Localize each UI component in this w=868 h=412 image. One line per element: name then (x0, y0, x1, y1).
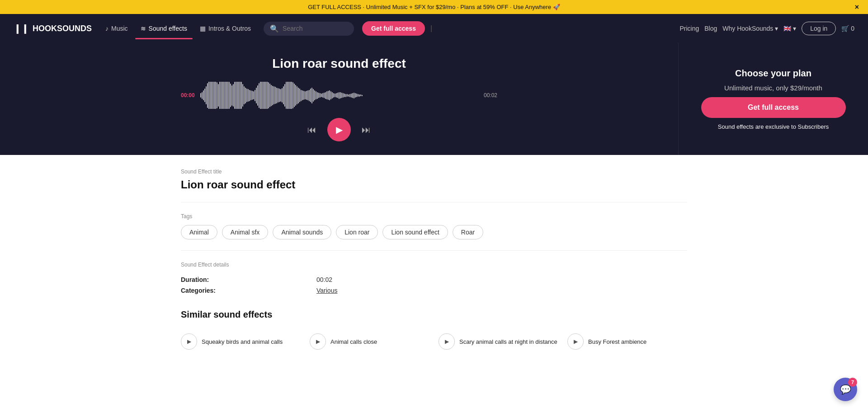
details-table: Duration:00:02Categories:Various (181, 274, 687, 296)
nav-sound-effects[interactable]: ≋ Sound effects (135, 21, 193, 36)
tag-pill[interactable]: Roar (453, 225, 483, 239)
sound-effect-title: Lion roar sound effect (181, 178, 687, 191)
similar-name: Busy Forest ambience (588, 338, 687, 345)
hero-section: Lion roar sound effect 00:00 00:02 ⏮ ▶ ⏭… (0, 43, 868, 155)
player-controls: ⏮ ▶ ⏭ (307, 118, 371, 141)
main-nav: ♪ Music ≋ Sound effects ▦ Intros & Outro… (100, 21, 256, 36)
tags-label: Tags (181, 213, 687, 220)
nav-pricing[interactable]: Pricing (679, 25, 699, 32)
similar-play-button[interactable]: ▶ (181, 333, 197, 350)
content-area: Sound Effect title Lion roar sound effec… (163, 155, 705, 309)
section-label: Sound Effect title (181, 169, 687, 175)
similar-info: Squeaky birds and animal calls (202, 338, 301, 345)
similar-card: ▶ Squeaky birds and animal calls (181, 329, 301, 354)
tags-section: Tags AnimalAnimal sfxAnimal soundsLion r… (181, 213, 687, 239)
get-full-access-button[interactable]: Get full access (362, 21, 425, 36)
similar-name: Animal calls close (330, 338, 429, 345)
tag-pill[interactable]: Lion sound effect (382, 225, 448, 239)
detail-row: Categories:Various (181, 285, 687, 296)
detail-key: Categories: (181, 287, 316, 294)
intros-icon: ▦ (200, 25, 206, 32)
nav-divider: | (430, 24, 432, 33)
logo-icon: ❙❙ (14, 23, 29, 34)
similar-section: Similar sound effects ▶ Squeaky birds an… (163, 309, 705, 368)
sound-effects-icon: ≋ (141, 25, 146, 32)
similar-play-button[interactable]: ▶ (310, 333, 326, 350)
sound-effect-title-section: Sound Effect title Lion roar sound effec… (181, 169, 687, 191)
language-selector[interactable]: 🇬🇧 ▾ (783, 25, 796, 32)
waveform (200, 82, 478, 109)
similar-play-button[interactable]: ▶ (567, 333, 584, 350)
nav-music-label: Music (111, 25, 128, 32)
tags-container: AnimalAnimal sfxAnimal soundsLion roarLi… (181, 225, 687, 239)
detail-value[interactable]: Various (316, 287, 337, 294)
search-input[interactable] (283, 25, 346, 32)
detail-key: Duration: (181, 276, 316, 283)
logo-text: HOOKSOUNDS (33, 24, 92, 33)
plan-heading: Choose your plan (735, 68, 811, 79)
detail-row: Duration:00:02 (181, 274, 687, 285)
tag-pill[interactable]: Lion roar (336, 225, 378, 239)
hero-title: Lion roar sound effect (272, 56, 406, 71)
similar-play-button[interactable]: ▶ (439, 333, 455, 350)
similar-info: Busy Forest ambience (588, 338, 687, 345)
nav-intros-outros[interactable]: ▦ Intros & Outros (194, 21, 256, 36)
plan-cta-button[interactable]: Get full access (701, 97, 846, 118)
music-icon: ♪ (105, 25, 108, 32)
player-area: Lion roar sound effect 00:00 00:02 ⏮ ▶ ⏭ (0, 43, 678, 155)
details-label: Sound Effect details (181, 262, 687, 268)
banner-close-button[interactable]: × (855, 3, 859, 11)
login-button[interactable]: Log in (802, 22, 836, 35)
plan-sidebar: Choose your plan Unlimited music, only $… (678, 43, 868, 155)
search-box[interactable]: 🔍 (264, 22, 354, 36)
banner-text: GET FULL ACCESS · Unlimited Music + SFX … (308, 4, 560, 10)
divider-2 (181, 250, 687, 251)
logo-link[interactable]: ❙❙ HOOKSOUNDS (14, 23, 92, 34)
nav-blog[interactable]: Blog (704, 25, 717, 32)
header-right: Pricing Blog Why HookSounds ▾ 🇬🇧 ▾ Log i… (679, 22, 854, 35)
tag-pill[interactable]: Animal sfx (222, 225, 269, 239)
similar-info: Scary animal calls at night in distance (459, 338, 558, 345)
cart-button[interactable]: 🛒 0 (841, 25, 854, 32)
site-header: ❙❙ HOOKSOUNDS ♪ Music ≋ Sound effects ▦ … (0, 14, 868, 43)
similar-name: Scary animal calls at night in distance (459, 338, 558, 345)
tag-pill[interactable]: Animal sounds (273, 225, 331, 239)
time-end: 00:02 (484, 92, 497, 98)
nav-sound-effects-label: Sound effects (149, 25, 187, 32)
fast-forward-button[interactable]: ⏭ (362, 125, 371, 135)
promo-banner: GET FULL ACCESS · Unlimited Music + SFX … (0, 0, 868, 14)
nav-music[interactable]: ♪ Music (100, 21, 133, 36)
plan-subheading: Unlimited music, only $29/month (724, 84, 822, 92)
similar-name: Squeaky birds and animal calls (202, 338, 301, 345)
nav-why-hooksounds[interactable]: Why HookSounds ▾ (722, 25, 778, 32)
nav-intros-label: Intros & Outros (208, 25, 251, 32)
tag-pill[interactable]: Animal (181, 225, 217, 239)
details-section: Sound Effect details Duration:00:02Categ… (181, 262, 687, 296)
rewind-button[interactable]: ⏮ (307, 125, 316, 135)
similar-card: ▶ Scary animal calls at night in distanc… (439, 329, 558, 354)
similar-card: ▶ Busy Forest ambience (567, 329, 687, 354)
search-icon: 🔍 (270, 24, 279, 33)
detail-value: 00:02 (316, 276, 332, 283)
time-start: 00:00 (181, 92, 195, 98)
divider-1 (181, 202, 687, 202)
similar-card: ▶ Animal calls close (310, 329, 429, 354)
similar-info: Animal calls close (330, 338, 429, 345)
similar-grid: ▶ Squeaky birds and animal calls ▶ Anima… (181, 329, 687, 354)
similar-title: Similar sound effects (181, 309, 687, 320)
exclusive-note: Sound effects are exclusive to Subscribe… (718, 123, 829, 130)
waveform-container: 00:00 00:02 (181, 82, 497, 109)
play-button[interactable]: ▶ (327, 118, 351, 141)
